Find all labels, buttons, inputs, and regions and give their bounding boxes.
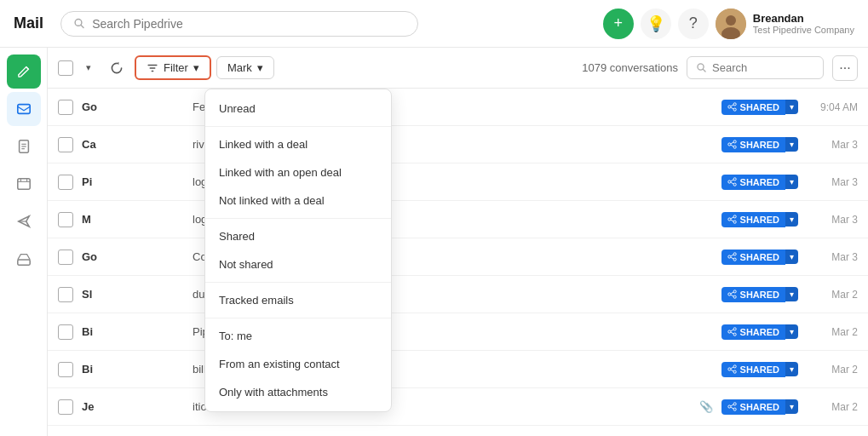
help-button[interactable]: ? [678,9,709,39]
svg-line-42 [730,257,733,259]
sidebar-item-documents[interactable] [7,129,41,164]
filter-not-linked-deal[interactable]: Not linked with a deal [205,186,391,215]
shared-badge-dropdown[interactable]: ▾ [785,324,798,339]
refresh-button[interactable] [104,55,129,81]
filter-linked-open-deal[interactable]: Linked with an open deal [205,158,391,186]
bulb-button[interactable]: 💡 [641,9,671,39]
svg-line-1 [81,25,83,27]
svg-point-50 [733,333,736,336]
email-row[interactable]: Pi login to Pipedri… SHARED ▾ Mar 3 [48,164,868,201]
email-checkbox[interactable] [58,250,73,265]
sidebar-item-mail[interactable] [7,92,41,126]
sidebar-item-contacts[interactable] [7,167,41,201]
svg-line-62 [730,407,733,409]
select-dropdown-arrow[interactable]: ▾ [78,56,99,80]
nav-right: + 💡 ? Breandan Test Pipedrive Company [603,9,854,39]
svg-point-24 [727,143,730,146]
shared-badge: SHARED [721,324,785,340]
shared-badge-dropdown[interactable]: ▾ [785,362,798,376]
search-icon [696,62,707,73]
filter-shared[interactable]: Shared [205,222,391,250]
email-search-box[interactable] [687,56,824,79]
email-time: Mar 2 [807,289,858,301]
shared-badge-dropdown[interactable]: ▾ [785,287,798,301]
email-checkbox[interactable] [58,362,73,377]
avatar [716,9,746,39]
svg-point-35 [733,221,736,223]
select-all-checkbox[interactable] [58,60,73,76]
email-checkbox[interactable] [58,212,73,227]
email-checkbox[interactable] [58,100,73,115]
badge-wrap: SHARED ▾ [721,212,798,227]
email-checkbox[interactable] [58,399,73,415]
shared-badge: SHARED [721,137,785,152]
filter-linked-deal[interactable]: Linked with a deal [205,130,391,158]
share-icon [727,327,737,336]
email-row[interactable]: Sl ducing the Slac… SHARED ▾ Mar 2 [48,276,868,313]
email-row[interactable]: Je ition: mission r… 📎 SHARED ▾ Mar 2 [48,388,868,426]
email-sender: Ca [82,138,184,151]
email-row[interactable]: Ol sign-on notifica… SHARED ▾ Mar 2 [48,426,868,436]
email-checkbox[interactable] [58,324,73,340]
filter-to-me[interactable]: To: me [205,322,391,350]
email-sender: Pi [82,175,184,188]
email-checkbox[interactable] [58,287,73,302]
svg-line-56 [730,367,733,369]
toolbar-right: 1079 conversations ··· [582,55,858,81]
svg-line-47 [730,295,733,296]
add-button[interactable]: + [603,9,634,39]
email-checkbox[interactable] [58,137,73,152]
shared-badge-dropdown[interactable]: ▾ [785,250,798,264]
email-time: 9:04 AM [807,101,858,113]
email-sender: Go [82,250,184,263]
email-row[interactable]: M login details H… SHARED ▾ Mar 3 [48,201,868,238]
svg-point-3 [726,15,736,26]
mail-icon [16,101,32,117]
shared-badge-dropdown[interactable]: ▾ [785,175,798,189]
filter-tracked-emails[interactable]: Tracked emails [205,286,391,314]
sidebar-item-compose[interactable] [7,54,41,89]
shared-badge-dropdown[interactable]: ▾ [785,399,798,414]
svg-line-51 [730,330,733,331]
global-search-bar[interactable] [60,11,418,37]
filter-button[interactable]: Filter ▾ [135,55,211,80]
badge-wrap: SHARED ▾ [721,137,798,152]
shared-badge-dropdown[interactable]: ▾ [785,100,798,114]
inbox-icon [16,251,32,267]
toolbar: ▾ Filter ▾ Mark ▾ [48,48,868,89]
email-checkbox[interactable] [58,175,73,190]
user-avatar-area[interactable]: Breandan Test Pipedrive Company [716,9,854,39]
email-search-input[interactable] [712,61,814,74]
email-row[interactable]: Go Coverage issues… SHARED ▾ Mar 3 [48,238,868,276]
shared-badge: SHARED [721,100,785,115]
filter-existing-contact[interactable]: From an existing contact [205,350,391,378]
shared-badge: SHARED [721,362,785,377]
global-search-input[interactable] [92,17,405,31]
filter-only-attachments[interactable]: Only with attachments [205,378,391,406]
filter-unread[interactable]: Unread [205,95,391,123]
shared-badge-dropdown[interactable]: ▾ [785,137,798,152]
badge-wrap: SHARED ▾ [721,100,798,115]
email-row[interactable]: Go February Searc… SHARED ▾ 9:04 AM [48,89,868,126]
mark-button[interactable]: Mark ▾ [216,56,274,79]
email-time: Mar 3 [807,139,858,151]
email-row[interactable]: Ca rive EE + Ampli… SHARED ▾ Mar 3 [48,126,868,164]
shared-badge-dropdown[interactable]: ▾ [785,212,798,227]
search-icon [73,17,85,30]
sidebar-item-inbox[interactable] [7,242,41,276]
contacts-icon [16,176,32,192]
shared-badge: SHARED [721,250,785,265]
svg-line-31 [730,180,733,181]
layout: ▾ Filter ▾ Mark ▾ [0,48,868,436]
share-icon [727,102,737,112]
svg-line-41 [730,255,733,256]
filter-not-shared[interactable]: Not shared [205,250,391,278]
email-sender: Sl [82,288,184,301]
more-options-button[interactable]: ··· [832,55,858,81]
email-sender: Je [82,400,184,413]
user-name: Breandan [753,12,854,25]
email-area: Unread Linked with a deal Linked with an… [48,89,868,436]
sidebar-item-send[interactable] [7,204,41,238]
email-row[interactable]: Bi Pipedrive subsc… SHARED ▾ Mar 2 [48,313,868,351]
email-row[interactable]: Bi billing details h… SHARED ▾ Mar 2 [48,351,868,388]
